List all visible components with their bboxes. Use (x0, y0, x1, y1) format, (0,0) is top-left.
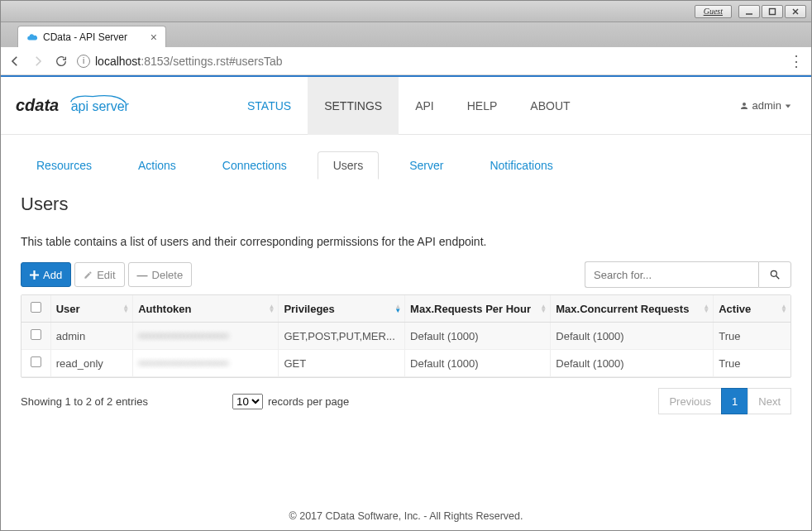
delete-button[interactable]: — Delete (128, 262, 193, 287)
nav-api[interactable]: API (399, 77, 451, 135)
cell-max-req: Default (1000) (405, 350, 551, 377)
user-menu[interactable]: admin (739, 99, 791, 112)
forward-button[interactable] (31, 54, 45, 69)
tab-actions[interactable]: Actions (122, 151, 192, 179)
svg-text:api server: api server (71, 99, 130, 113)
caret-down-icon (785, 103, 791, 109)
guest-button[interactable]: Guest (695, 5, 732, 18)
sort-icon: ▲▼ (703, 304, 709, 313)
search-input[interactable] (585, 261, 758, 288)
edit-button[interactable]: Edit (74, 262, 124, 287)
row-checkbox[interactable] (31, 329, 41, 340)
cell-authtoken: •••••••••••••••••••••••• (133, 323, 279, 350)
toolbar: Add Edit — Delete (21, 261, 791, 288)
table-row[interactable]: admin •••••••••••••••••••••••• GET,POST,… (21, 323, 791, 350)
showing-text: Showing 1 to 2 of 2 entries (21, 395, 148, 408)
nav-help[interactable]: HELP (451, 77, 514, 135)
tab-notifications[interactable]: Notifications (474, 151, 568, 179)
col-max-requests[interactable]: Max.Requests Per Hour▲▼ (405, 295, 551, 323)
url-rest: :8153/settings.rst#usersTab (141, 55, 282, 68)
search-button[interactable] (758, 261, 791, 288)
sort-icon: ▲▼ (394, 304, 401, 313)
svg-text:cdata: cdata (16, 96, 59, 114)
pencil-icon (84, 270, 93, 280)
page-description: This table contains a list of users and … (21, 235, 791, 248)
row-checkbox[interactable] (31, 356, 41, 367)
next-button[interactable]: Next (748, 388, 791, 414)
select-all-cell (21, 295, 50, 323)
sort-icon: ▲▼ (540, 304, 547, 313)
sort-icon: ▲▼ (781, 304, 787, 313)
add-button-label: Add (43, 269, 62, 281)
url-box[interactable]: i localhost:8153/settings.rst#usersTab (77, 55, 780, 68)
browser-urlbar: i localhost:8153/settings.rst#usersTab ⋮ (1, 47, 811, 75)
nav-status[interactable]: STATUS (231, 77, 308, 135)
cell-privileges: GET (279, 350, 405, 377)
app-header: cdata api server STATUS SETTINGS API HEL… (1, 77, 811, 135)
cloud-icon (26, 31, 38, 43)
table-header-row: User▲▼ Authtoken▲▼ Privileges▲▼ Max.Requ… (21, 295, 791, 323)
records-per-page-select[interactable]: 10 (232, 394, 263, 409)
table-footer: Showing 1 to 2 of 2 entries 10 records p… (21, 378, 791, 424)
page-title: Users (21, 194, 791, 215)
site-info-icon[interactable]: i (77, 55, 90, 68)
cell-authtoken: •••••••••••••••••••••••• (133, 350, 279, 377)
browser-tabbar: CData - API Server × (1, 22, 811, 47)
col-authtoken[interactable]: Authtoken▲▼ (133, 295, 279, 323)
tab-users[interactable]: Users (318, 151, 380, 179)
pagination: Previous 1 Next (658, 388, 791, 414)
page-viewport: cdata api server STATUS SETTINGS API HEL… (1, 75, 811, 531)
close-tab-icon[interactable]: × (141, 31, 157, 44)
tab-server[interactable]: Server (394, 151, 459, 179)
edit-button-label: Edit (97, 269, 115, 281)
sort-icon: ▲▼ (268, 304, 275, 313)
sort-icon: ▲▼ (122, 304, 129, 313)
select-all-checkbox[interactable] (31, 302, 41, 313)
prev-button[interactable]: Previous (658, 388, 722, 414)
cell-user: read_only (50, 350, 132, 377)
minimize-button[interactable] (738, 5, 760, 18)
os-titlebar: Guest (1, 1, 811, 22)
delete-button-label: Delete (152, 269, 184, 281)
url-host: localhost (95, 55, 141, 68)
col-privileges[interactable]: Privileges▲▼ (279, 295, 405, 323)
col-max-concurrent[interactable]: Max.Concurrent Requests▲▼ (551, 295, 714, 323)
cell-max-concur: Default (1000) (551, 323, 714, 350)
browser-tab-title: CData - API Server (43, 31, 127, 43)
cell-max-concur: Default (1000) (551, 350, 714, 377)
brand-logo: cdata api server (16, 89, 181, 122)
nav-about[interactable]: ABOUT (513, 77, 586, 135)
reload-button[interactable] (54, 54, 69, 69)
svg-point-6 (771, 270, 776, 276)
maximize-button[interactable] (762, 5, 783, 18)
tab-resources[interactable]: Resources (21, 151, 107, 179)
minus-icon: — (137, 269, 148, 281)
settings-tabs: Resources Actions Connections Users Serv… (1, 135, 811, 179)
users-table: User▲▼ Authtoken▲▼ Privileges▲▼ Max.Requ… (21, 294, 791, 378)
close-window-button[interactable] (785, 5, 806, 18)
cell-user: admin (50, 323, 132, 350)
plus-icon (30, 270, 39, 280)
cell-active: True (714, 350, 791, 377)
svg-line-7 (776, 276, 780, 280)
tab-connections[interactable]: Connections (207, 151, 303, 179)
browser-tab[interactable]: CData - API Server × (17, 26, 166, 47)
col-user[interactable]: User▲▼ (50, 295, 132, 323)
nav-settings[interactable]: SETTINGS (308, 77, 399, 135)
back-button[interactable] (7, 54, 22, 69)
search-icon (769, 269, 781, 280)
app-window: Guest CData - API Server × i localhost:8… (0, 0, 812, 531)
browser-menu-button[interactable]: ⋮ (788, 57, 805, 65)
add-button[interactable]: Add (21, 262, 71, 287)
copyright: © 2017 CData Software, Inc. - All Rights… (1, 510, 811, 522)
cell-active: True (714, 323, 791, 350)
svg-rect-1 (770, 8, 776, 14)
main-nav: STATUS SETTINGS API HELP ABOUT (231, 77, 587, 135)
cell-max-req: Default (1000) (405, 323, 551, 350)
records-per-page-label: records per page (268, 395, 349, 408)
cell-privileges: GET,POST,PUT,MER... (279, 323, 405, 350)
col-active[interactable]: Active▲▼ (714, 295, 791, 323)
user-icon (739, 101, 749, 111)
page-1-button[interactable]: 1 (721, 388, 748, 414)
table-row[interactable]: read_only •••••••••••••••••••••••• GET D… (21, 350, 791, 377)
